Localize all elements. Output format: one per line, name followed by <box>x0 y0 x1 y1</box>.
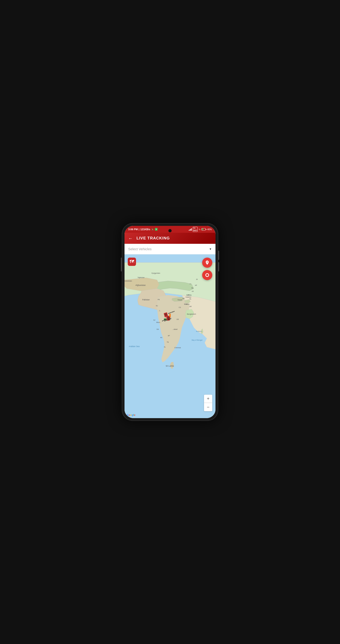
status-left: 3:06 PM | 121KB/s 🔕 ● <box>128 228 158 231</box>
page-title: LIVE TRACKING <box>137 236 170 240</box>
svg-text:Pakistan: Pakistan <box>142 298 150 301</box>
svg-text:...abad: ...abad <box>172 328 177 330</box>
power-button[interactable] <box>121 258 122 272</box>
status-separator: | <box>139 228 140 231</box>
svg-text:Afghanistan: Afghanistan <box>135 284 146 286</box>
location-icon <box>205 260 210 265</box>
svg-text:UP: UP <box>187 294 189 296</box>
svg-text:Sri Lanka: Sri Lanka <box>166 365 174 367</box>
svg-text:J...: J... <box>159 310 161 312</box>
phone-screen: 3:06 PM | 121KB/s 🔕 ● VoWiFi <box>125 226 215 418</box>
dropdown-arrow-icon: ▼ <box>209 248 212 251</box>
svg-text:UK: UK <box>192 290 194 292</box>
select-vehicles-placeholder: Select Vehicles <box>128 247 152 251</box>
status-time: 3:06 PM <box>128 228 138 231</box>
wifi-icon: ∿ <box>198 228 200 231</box>
google-g-blue2: g <box>132 414 134 416</box>
battery-pct: 46% <box>207 228 212 231</box>
notification-dot-icon: ● <box>155 228 158 231</box>
status-speed: 121KB/s <box>140 228 150 231</box>
svg-text:🗺: 🗺 <box>130 259 134 264</box>
svg-text:GA: GA <box>157 328 159 330</box>
google-g-yellow: o <box>130 414 132 416</box>
svg-text:Tajikistan: Tajikistan <box>138 276 145 278</box>
svg-text:Mum...: Mum... <box>157 322 162 323</box>
svg-text:Bay of Bengal: Bay of Bengal <box>192 339 202 341</box>
svg-text:Алматы: Алматы <box>186 296 191 298</box>
record-inner-icon <box>205 273 209 277</box>
zoom-controls: + − <box>204 395 212 411</box>
svg-text:AR: AR <box>189 306 192 307</box>
svg-text:Chennai: Chennai <box>174 346 181 349</box>
svg-text:AP: AP <box>168 335 170 336</box>
select-vehicles-dropdown[interactable]: Select Vehicles ▼ <box>125 244 215 254</box>
svg-text:Nepal: Nepal <box>177 299 182 301</box>
svg-text:CG: CG <box>179 306 181 308</box>
svg-text:NL: NL <box>189 298 192 300</box>
svg-text:HP: HP <box>195 284 197 286</box>
svg-text:Uzbekistan: Uzbekistan <box>125 280 132 282</box>
record-button[interactable] <box>202 270 212 280</box>
volume-up-button[interactable] <box>218 251 219 260</box>
svg-text:BR: BR <box>183 298 185 299</box>
volte-badge: VoWiFi <box>193 227 197 232</box>
app-header: ← LIVE TRACKING <box>125 233 215 244</box>
locate-me-button[interactable] <box>202 258 212 268</box>
svg-text:KL: KL <box>164 346 166 348</box>
google-g-red2: e <box>134 414 135 416</box>
svg-rect-50 <box>169 314 171 317</box>
map-container[interactable]: Afghanistan Pakistan India Bangladesh Bh… <box>125 254 215 418</box>
svg-text:KA: KA <box>160 337 163 338</box>
mute-icon: 🔕 <box>151 228 154 231</box>
svg-text:LA: LA <box>189 283 191 284</box>
google-logo: G o o g l e <box>127 414 135 416</box>
zoom-in-button[interactable]: + <box>204 395 212 403</box>
svg-text:JH: JH <box>186 303 187 305</box>
phone-frame: 3:06 PM | 121KB/s 🔕 ● VoWiFi <box>122 223 218 421</box>
google-g-red: o <box>129 414 130 416</box>
volume-down-button[interactable] <box>218 262 219 272</box>
svg-text:OR: OR <box>176 318 179 320</box>
zoom-out-button[interactable]: − <box>204 403 212 411</box>
map-app-icon: 🗺 <box>128 258 136 266</box>
back-button[interactable]: ← <box>128 236 133 241</box>
battery-icon <box>201 228 206 230</box>
status-right: VoWiFi ∿ 46% <box>189 227 212 232</box>
svg-text:JK: JK <box>196 278 198 280</box>
svg-text:Andama...: Andama... <box>196 330 203 332</box>
svg-text:PB: PB <box>158 299 160 300</box>
svg-text:Arabian Sea: Arabian Sea <box>129 345 140 348</box>
svg-text:RJ: RJ <box>156 305 158 306</box>
svg-text:TN: TN <box>167 341 169 343</box>
signal-bars-icon <box>189 228 192 231</box>
map-svg: Afghanistan Pakistan India Bangladesh Bh… <box>125 254 215 418</box>
google-g-blue: G <box>127 414 129 416</box>
camera-notch <box>169 229 171 232</box>
svg-text:GJ: GJ <box>153 319 155 321</box>
svg-text:Bangladesh: Bangladesh <box>187 313 196 315</box>
svg-text:PB: PB <box>191 287 193 289</box>
svg-text:Kyrgyzstan: Kyrgyzstan <box>152 272 160 274</box>
